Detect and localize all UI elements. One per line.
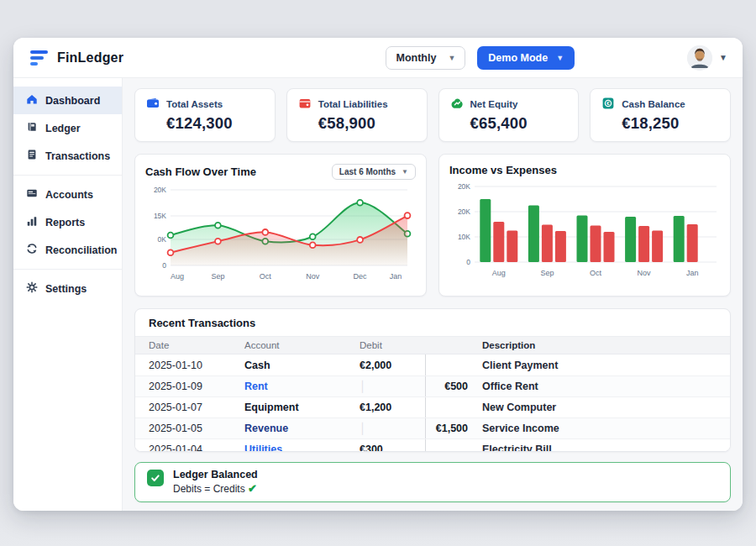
- sidebar-item-reconciliation[interactable]: Reconciliation: [13, 236, 122, 264]
- chevron-down-icon: ▼: [448, 54, 455, 62]
- app-title: FinLedger: [57, 50, 123, 66]
- line-chart-svg: 20K15K0K0AugSepOctNovDecJan: [145, 183, 417, 287]
- sidebar: DashboardLedgerTransactionsAccountsRepor…: [13, 78, 123, 511]
- svg-text:Nov: Nov: [638, 269, 652, 277]
- recent-transactions-title: Recent Transactions: [135, 309, 730, 336]
- transaction-credit: €500: [425, 376, 470, 396]
- transaction-date: 2025-01-07: [135, 402, 244, 413]
- sidebar-item-label: Dashboard: [45, 95, 100, 107]
- svg-text:Aug: Aug: [492, 269, 506, 277]
- chevron-down-icon: ▼: [719, 53, 727, 62]
- user-menu[interactable]: ▼: [687, 45, 727, 71]
- svg-text:Oct: Oct: [260, 272, 272, 281]
- stat-value: €65,400: [450, 114, 568, 133]
- sidebar-item-dashboard[interactable]: Dashboard: [13, 87, 122, 114]
- income-expenses-card: Income vs Expenses 20K20K10K0AugSepOctNo…: [438, 154, 731, 297]
- transaction-account[interactable]: Utilities: [244, 444, 360, 452]
- sidebar-item-settings[interactable]: Settings: [13, 275, 122, 302]
- transaction-row[interactable]: 2025-01-07Equipment€1,200New Computer: [135, 396, 730, 417]
- stat-card-total-liabilities: Total Liabilities€58,900: [286, 88, 428, 142]
- transaction-account: Equipment: [244, 402, 360, 413]
- cash-flow-card: Cash Flow Over Time Last 6 Months ▼ 20K1…: [134, 154, 427, 297]
- stat-label: Net Equity: [470, 99, 518, 109]
- transaction-description: Electricity Bill: [470, 444, 730, 452]
- liabilities-wallet-icon: [298, 97, 312, 112]
- sidebar-item-ledger[interactable]: Ledger: [13, 114, 122, 142]
- sidebar-item-transactions[interactable]: Transactions: [13, 142, 122, 170]
- svg-text:Dec: Dec: [354, 272, 368, 281]
- recent-transactions-card: Recent Transactions Date Account Debit D…: [134, 308, 731, 452]
- column-header-credit: [425, 337, 470, 354]
- transaction-description: Client Payment: [470, 360, 730, 371]
- stat-label: Total Liabilities: [318, 99, 388, 109]
- income-expenses-title: Income vs Expenses: [449, 164, 557, 176]
- ledger-balanced-banner: Ledger Balanced Debits = Credits ✔: [134, 462, 731, 502]
- transaction-description: New Computer: [470, 402, 730, 413]
- banner-title: Ledger Balanced: [173, 469, 258, 480]
- transaction-debit: │: [360, 381, 425, 392]
- settings-gear-icon: [26, 281, 38, 296]
- svg-text:0: 0: [466, 258, 470, 266]
- transaction-row[interactable]: 2025-01-09Rent│€500Office Rent: [135, 375, 730, 396]
- svg-text:0K: 0K: [158, 235, 167, 244]
- income-expenses-bar-chart: 20K20K10K0AugSepOctNovJan: [449, 180, 720, 287]
- reconciliation-sync-icon: [26, 243, 38, 257]
- transaction-date: 2025-01-05: [135, 423, 244, 434]
- svg-text:15K: 15K: [154, 212, 166, 220]
- transaction-account: Cash: [244, 360, 360, 371]
- transaction-credit: [425, 354, 470, 375]
- accounts-card-icon: [26, 187, 38, 202]
- period-select[interactable]: Monthly ▼: [386, 46, 465, 70]
- transaction-row[interactable]: 2025-01-10Cash€2,000Client Payment: [135, 354, 730, 375]
- stat-cards-row: Total Assets€124,300Total Liabilities€58…: [134, 88, 731, 142]
- topbar: FinLedger Monthly ▼ Demo Mode ▼: [13, 38, 743, 78]
- transaction-row[interactable]: 2025-01-05Revenue│€1,500Service Income: [135, 417, 730, 438]
- cash-coin-icon: €: [601, 97, 615, 112]
- transactions-header-row: Date Account Debit Description: [135, 336, 730, 354]
- sidebar-item-label: Transactions: [45, 150, 110, 162]
- column-header-description: Description: [470, 340, 730, 350]
- transaction-row[interactable]: 2025-01-04Utilities€300Electricity Bill: [135, 438, 730, 452]
- transaction-account[interactable]: Rent: [244, 381, 360, 392]
- reports-chart-icon: [26, 215, 38, 229]
- avatar[interactable]: [687, 45, 712, 71]
- svg-text:20K: 20K: [458, 182, 470, 191]
- stat-card-cash-balance: €Cash Balance€18,250: [590, 88, 731, 142]
- ledger-book-icon: [26, 121, 38, 135]
- check-icon: ✔: [248, 482, 257, 495]
- range-select-value: Last 6 Months: [339, 167, 396, 176]
- sidebar-item-reports[interactable]: Reports: [13, 208, 122, 236]
- svg-text:10K: 10K: [458, 233, 470, 241]
- transaction-description: Service Income: [470, 423, 730, 434]
- sidebar-divider: [13, 175, 122, 176]
- equity-icon: [450, 97, 464, 112]
- sidebar-item-label: Accounts: [45, 189, 93, 201]
- transaction-debit: €300: [360, 444, 425, 452]
- transaction-credit: €1,500: [425, 418, 470, 438]
- transactions-list-icon: [26, 149, 38, 163]
- chevron-down-icon: ▼: [556, 54, 564, 62]
- svg-text:Oct: Oct: [590, 269, 602, 277]
- sidebar-item-label: Reconciliation: [45, 244, 117, 256]
- column-header-date: Date: [135, 340, 244, 350]
- transaction-account: Revenue: [244, 423, 360, 434]
- cash-flow-line-chart: 20K15K0K0AugSepOctNovDecJan: [145, 183, 416, 291]
- stat-label: Cash Balance: [622, 99, 685, 109]
- sidebar-item-label: Ledger: [45, 123, 81, 134]
- svg-text:Sep: Sep: [540, 269, 554, 277]
- svg-text:Jan: Jan: [686, 269, 699, 277]
- range-select[interactable]: Last 6 Months ▼: [332, 164, 416, 180]
- demo-mode-button[interactable]: Demo Mode ▼: [477, 46, 575, 70]
- stat-card-total-assets: Total Assets€124,300: [134, 88, 276, 142]
- period-select-value: Monthly: [396, 52, 436, 64]
- transaction-date: 2025-01-10: [135, 360, 244, 371]
- stat-value: €58,900: [298, 114, 416, 133]
- banner-subtitle-text: Debits = Credits: [173, 483, 245, 495]
- sidebar-item-accounts[interactable]: Accounts: [13, 181, 122, 208]
- svg-text:Sep: Sep: [211, 272, 224, 281]
- svg-text:0: 0: [162, 261, 166, 270]
- stat-card-net-equity: Net Equity€65,400: [438, 88, 580, 142]
- transaction-date: 2025-01-09: [135, 381, 244, 392]
- sidebar-divider: [13, 269, 122, 270]
- transaction-date: 2025-01-04: [135, 444, 244, 452]
